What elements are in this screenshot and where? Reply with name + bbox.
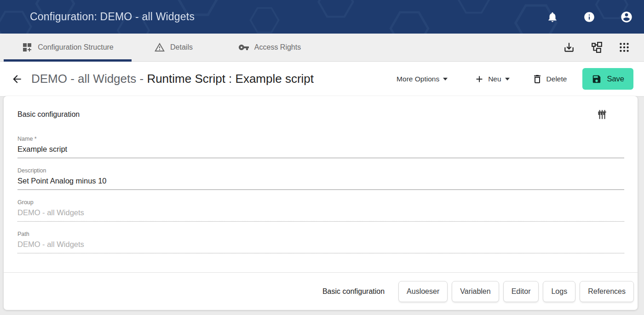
header-icon-group: [546, 11, 644, 23]
field-label: Name *: [17, 136, 624, 143]
dashboard-customize-icon: [22, 42, 33, 53]
name-input[interactable]: [17, 145, 624, 158]
new-button[interactable]: Neu: [474, 74, 509, 84]
arrow-back-icon: [11, 73, 23, 85]
download-icon[interactable]: [563, 41, 575, 53]
info-icon[interactable]: [583, 11, 595, 23]
basic-configuration-card: Basic configuration Name * Description G…: [4, 96, 638, 310]
chevron-down-icon: [443, 78, 448, 80]
ausloeser-button[interactable]: Ausloeser: [398, 281, 448, 302]
breadcrumb-current: Runtime Script : Example script: [147, 72, 314, 86]
save-floppy-icon: [592, 74, 602, 84]
warning-triangle-icon: [154, 42, 165, 53]
trash-icon: [532, 74, 543, 85]
breadcrumb: DEMO - all Widgets - Runtime Script : Ex…: [31, 72, 314, 86]
more-options-button[interactable]: More Options: [397, 75, 448, 83]
section-header: Basic configuration: [17, 96, 624, 120]
tab-toolbar: [563, 34, 644, 61]
tab-access-rights[interactable]: Access Rights: [224, 34, 316, 61]
more-options-label: More Options: [397, 75, 439, 83]
chevron-down-icon: [505, 78, 510, 80]
references-button[interactable]: References: [580, 281, 634, 302]
apps-grid-icon[interactable]: [618, 41, 630, 53]
tune-sliders-icon: [596, 109, 608, 120]
field-path: Path: [17, 231, 624, 253]
section-nav-bar: Basic configuration Ausloeser Variablen …: [4, 272, 638, 310]
save-button-label: Save: [607, 74, 624, 83]
tab-label: Details: [170, 43, 193, 52]
field-description: Description: [17, 167, 624, 190]
description-input[interactable]: [17, 177, 624, 190]
app-header: Configuration: DEMO - all Widgets: [0, 0, 644, 34]
page-header-title: Configuration: DEMO - all Widgets: [30, 11, 195, 23]
back-button[interactable]: [11, 73, 23, 85]
editor-button[interactable]: Editor: [503, 281, 539, 302]
plus-icon: [474, 74, 484, 84]
path-input: [17, 240, 624, 253]
breadcrumb-prefix: DEMO - all Widgets -: [31, 72, 147, 86]
field-settings-button[interactable]: [596, 109, 608, 120]
tab-details[interactable]: Details: [134, 34, 213, 61]
field-label: Group: [17, 199, 624, 206]
variablen-button[interactable]: Variablen: [452, 281, 499, 302]
action-buttons: More Options Neu Delete Save: [397, 68, 644, 90]
new-button-label: Neu: [488, 75, 501, 83]
title-action-bar: DEMO - all Widgets - Runtime Script : Ex…: [0, 62, 644, 96]
tab-label: Configuration Structure: [38, 43, 114, 52]
field-group: Group: [17, 199, 624, 222]
section-title: Basic configuration: [17, 110, 80, 119]
account-icon[interactable]: [620, 11, 633, 23]
field-label: Description: [17, 167, 624, 174]
current-section-label: Basic configuration: [322, 287, 385, 296]
form-body: Basic configuration Name * Description G…: [4, 96, 638, 272]
tab-configuration-structure[interactable]: Configuration Structure: [4, 34, 132, 61]
notifications-bell-icon[interactable]: [546, 11, 558, 23]
field-label: Path: [17, 231, 624, 238]
sitemap-icon[interactable]: [591, 41, 603, 53]
logs-button[interactable]: Logs: [543, 281, 575, 302]
delete-button[interactable]: Delete: [532, 74, 567, 85]
delete-button-label: Delete: [546, 75, 567, 83]
field-name: Name *: [17, 136, 624, 158]
tab-bar: Configuration Structure Details Access R…: [0, 34, 644, 62]
key-icon: [238, 42, 249, 53]
tab-label: Access Rights: [254, 43, 301, 52]
group-input: [17, 208, 624, 222]
save-button[interactable]: Save: [582, 68, 633, 90]
